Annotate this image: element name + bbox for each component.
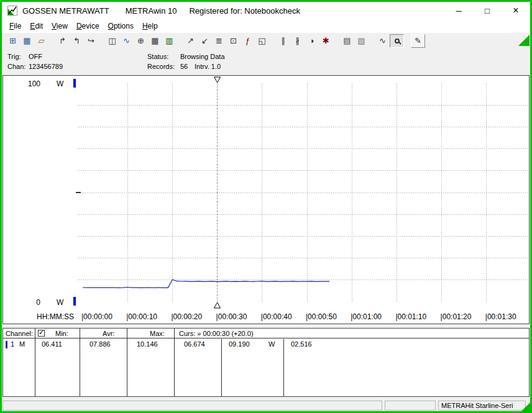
chan-label: Chan: xyxy=(7,63,29,70)
open-file-button[interactable]: ▱ xyxy=(34,34,48,48)
trig-value: OFF xyxy=(29,53,42,60)
multimeter-view-button[interactable]: ◫ xyxy=(105,34,119,48)
multimeter-view-icon: ◫ xyxy=(108,36,116,45)
y-axis-top-marker xyxy=(73,79,76,88)
device-monitor-button[interactable]: ⊡ xyxy=(226,34,241,48)
trend-view-button[interactable]: ∿ xyxy=(119,34,134,48)
function-display-button[interactable]: ƒ xyxy=(241,34,255,48)
maximize-button[interactable]: □ xyxy=(473,2,502,19)
col-channel-label: Channel: xyxy=(6,330,33,337)
table-view-icon: ▦ xyxy=(151,36,158,45)
app-status: Status:Browsing Data xyxy=(147,53,225,60)
scope-view-button[interactable]: ⊕ xyxy=(134,34,148,48)
interval-value: 1.0 xyxy=(211,63,221,70)
live-display-icon: ◱ xyxy=(258,36,265,45)
interval-label: Intrv. xyxy=(195,63,209,70)
status-label: Status: xyxy=(147,53,180,60)
power-trace xyxy=(83,279,329,288)
records-value: 56 xyxy=(180,63,193,70)
transfer-data-icon: ↪ xyxy=(88,36,94,45)
zoom-icon xyxy=(395,39,400,43)
zoom-button[interactable] xyxy=(390,34,404,48)
event-marker-button[interactable]: ✱ xyxy=(319,34,333,48)
export-file-button[interactable]: ⊞ xyxy=(6,34,20,48)
bargraph-view-button[interactable]: ▥ xyxy=(162,34,177,48)
zoom-signal-button[interactable]: ∿ xyxy=(375,34,390,48)
x-tick-label: |00:01:10 xyxy=(395,312,426,321)
chan-value: 123456789 xyxy=(29,63,63,70)
y-unit-top: W xyxy=(57,79,64,88)
import-data-button[interactable]: ↰ xyxy=(70,34,84,48)
channel-visibility-checkbox[interactable] xyxy=(38,330,45,337)
menu-file[interactable]: File xyxy=(5,20,25,32)
table-view-button[interactable]: ▦ xyxy=(148,34,162,48)
column-divider xyxy=(174,329,175,396)
print-preview-icon: ▧ xyxy=(357,36,365,45)
cursor-right-button[interactable]: ∦ xyxy=(290,34,305,48)
cell-avr: 07.886 xyxy=(89,340,111,348)
cursor-handle-bottom[interactable] xyxy=(214,302,221,308)
col-min-label: Min: xyxy=(55,330,68,337)
column-divider xyxy=(221,339,222,396)
x-tick-label: |00:00:20 xyxy=(171,312,202,321)
function-display-icon: ƒ xyxy=(245,36,250,45)
channel-color-marker xyxy=(6,341,7,348)
live-display-button[interactable]: ◱ xyxy=(255,34,269,48)
export-file-icon: ⊞ xyxy=(9,36,16,45)
x-tick-label: |00:00:10 xyxy=(126,312,157,321)
app-icon xyxy=(7,6,17,16)
data-logger-icon: ≣ xyxy=(216,36,222,45)
export-data-icon: ↱ xyxy=(59,36,66,45)
graph-import-button[interactable]: ↙ xyxy=(198,34,212,48)
close-button[interactable]: × xyxy=(502,2,530,19)
x-tick-label: |00:00:40 xyxy=(261,312,292,321)
status-value: Browsing Data xyxy=(180,53,225,60)
menu-help[interactable]: Help xyxy=(138,20,162,32)
table-header: Channel: Min: Avr: Max: Curs: » 00:00:30… xyxy=(3,329,529,338)
y-min-label: 0 xyxy=(36,298,40,307)
window-controls: ─ □ × xyxy=(444,2,530,19)
records-label: Records: xyxy=(147,63,180,70)
annotation-button[interactable]: ✎ xyxy=(411,34,425,48)
status-bar: METRAHit Starline-Seri xyxy=(2,400,530,411)
save-file-button[interactable]: ▦ xyxy=(20,34,34,48)
title-registered: Registered for: Notebookcheck xyxy=(189,6,300,16)
cursor-left-icon: ∥ xyxy=(281,36,285,45)
resize-grip[interactable] xyxy=(521,402,530,412)
menu-device[interactable]: Device xyxy=(72,20,104,32)
menu-options[interactable]: Options xyxy=(104,20,138,32)
app-window: GOSSEN METRAWATT METRAwin 10 Registered … xyxy=(0,0,532,413)
menu-view[interactable]: View xyxy=(47,20,72,32)
channel-status: Chan:123456789 xyxy=(7,63,63,70)
open-file-icon: ▱ xyxy=(39,36,45,45)
transfer-data-button[interactable]: ↪ xyxy=(84,34,98,48)
cell-cursor-b-unit: W xyxy=(268,340,275,348)
device-monitor-icon: ⊡ xyxy=(230,36,237,45)
export-data-button[interactable]: ↱ xyxy=(55,34,70,48)
print-icon: ▤ xyxy=(343,36,351,45)
time-range-button[interactable]: ◑ xyxy=(305,34,319,48)
graph-export-button[interactable]: ↗ xyxy=(183,34,198,48)
minimize-button[interactable]: ─ xyxy=(444,2,473,19)
toolbar-grip-icon[interactable] xyxy=(518,35,530,46)
print-preview-button[interactable]: ▧ xyxy=(354,34,369,48)
chart-panel[interactable]: 100W0WHH:MM:SS|00:00:00|00:00:10|00:00:2… xyxy=(2,75,530,324)
column-divider xyxy=(80,329,80,396)
toolbar: ⊞▦▱↱↰↪◫∿⊕▦▥↗↙≣⊡ƒ◱∥∦◑✱▤▧∿✎ xyxy=(2,33,530,48)
cursor-right-icon: ∦ xyxy=(295,36,300,45)
y-max-label: 100 xyxy=(28,79,40,88)
cursor-handle-top[interactable] xyxy=(214,77,221,83)
menu-edit[interactable]: Edit xyxy=(25,20,47,32)
print-button[interactable]: ▤ xyxy=(340,34,354,48)
x-tick-label: |00:00:30 xyxy=(216,312,247,321)
data-logger-button[interactable]: ≣ xyxy=(212,34,226,48)
zoom-signal-icon: ∿ xyxy=(379,36,386,45)
cursor-left-button[interactable]: ∥ xyxy=(276,34,290,48)
menu-bar: FileEditViewDeviceOptionsHelp xyxy=(2,19,530,33)
column-divider xyxy=(35,329,35,396)
cell-max: 10.146 xyxy=(137,340,158,348)
col-max-label: Max: xyxy=(150,330,165,337)
x-tick-label: |00:01:00 xyxy=(351,312,382,321)
statusbar-device: METRAHit Starline-Seri xyxy=(438,401,526,411)
graph-export-icon: ↗ xyxy=(187,36,194,45)
